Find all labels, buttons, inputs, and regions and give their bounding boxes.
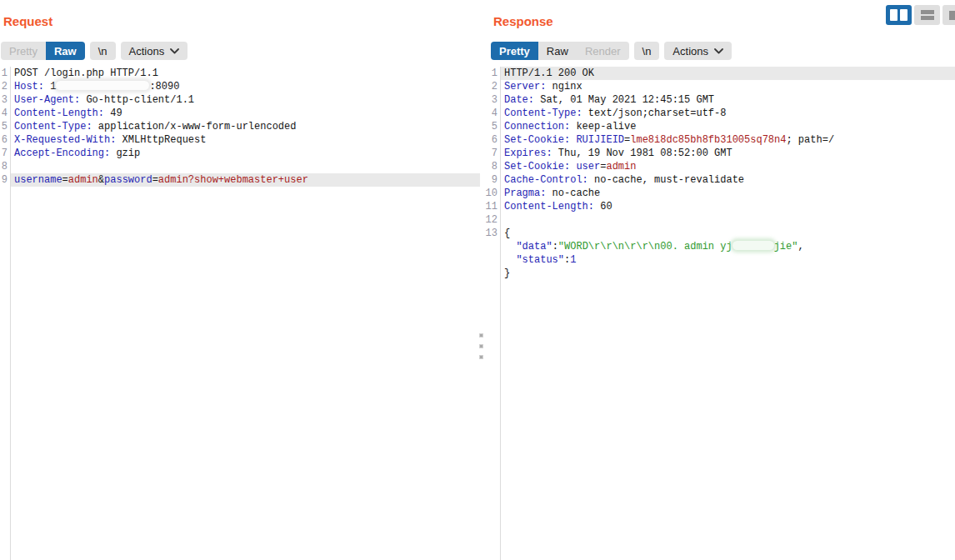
line-number: 3	[0, 93, 10, 107]
response-editor[interactable]: 1HTTP/1.1 200 OK2Server: nginx3Date: Sat…	[484, 67, 955, 560]
split-columns-button[interactable]	[886, 5, 912, 25]
line-text: Date: Sat, 01 May 2021 12:45:15 GMT	[501, 93, 955, 107]
layout-toggle-group	[886, 5, 955, 25]
line-number: 9	[484, 173, 500, 187]
line-number: 4	[0, 107, 10, 120]
code-line[interactable]: 1HTTP/1.1 200 OK	[484, 67, 955, 80]
line-text: "status":1	[501, 253, 955, 267]
code-line[interactable]: 13{	[484, 227, 955, 240]
tab-newline[interactable]: \n	[90, 42, 116, 60]
code-line[interactable]: 6Set-Cookie: RUIJIEID=lme8i8dc85bh8fb310…	[484, 133, 955, 147]
code-line[interactable]: "status":1	[484, 253, 955, 267]
tab-newline[interactable]: \n	[634, 42, 660, 60]
line-number	[484, 240, 500, 253]
code-line[interactable]: 8Set-Cookie: user=admin	[484, 160, 955, 173]
line-number: 5	[484, 120, 500, 133]
line-text: POST /login.php HTTP/1.1	[11, 67, 480, 80]
chevron-down-icon	[170, 48, 179, 54]
code-line[interactable]: 10Pragma: no-cache	[484, 187, 955, 200]
line-number: 6	[484, 133, 500, 147]
tab-label: Actions	[672, 45, 708, 58]
line-number: 6	[0, 133, 10, 147]
line-text: Host: 1:8090	[11, 80, 480, 93]
response-tabbar: PrettyRawRender\nActions	[491, 42, 732, 60]
line-number: 8	[0, 160, 10, 173]
code-line[interactable]: 11Content-Length: 60	[484, 200, 955, 213]
line-text	[11, 160, 480, 173]
request-editor[interactable]: 1POST /login.php HTTP/1.12Host: 1:80903U…	[0, 67, 480, 560]
code-line[interactable]: 7Accept-Encoding: gzip	[0, 147, 480, 160]
line-text: X-Requested-With: XMLHttpRequest	[11, 133, 480, 147]
line-text: Expires: Thu, 19 Nov 1981 08:52:00 GMT	[501, 147, 955, 160]
code-line[interactable]: 5Content-Type: application/x-www-form-ur…	[0, 120, 480, 133]
code-line[interactable]: 1POST /login.php HTTP/1.1	[0, 67, 480, 80]
split-horizontal-icon	[921, 10, 934, 20]
line-text: Content-Type: text/json;charset=utf-8	[501, 107, 955, 120]
code-line[interactable]: 7Expires: Thu, 19 Nov 1981 08:52:00 GMT	[484, 147, 955, 160]
line-text: }	[501, 267, 955, 280]
redacted-blur	[732, 241, 774, 250]
line-number: 5	[0, 120, 10, 133]
code-line[interactable]: 9Cache-Control: no-cache, must-revalidat…	[484, 173, 955, 187]
response-title: Response	[493, 14, 553, 28]
line-number: 8	[484, 160, 500, 173]
code-line[interactable]: 3Date: Sat, 01 May 2021 12:45:15 GMT	[484, 93, 955, 107]
code-line[interactable]: 3User-Agent: Go-http-client/1.1	[0, 93, 480, 107]
splitter-grip-icon[interactable]	[479, 333, 483, 359]
line-text: username=admin&password=admin?show+webma…	[11, 173, 480, 187]
code-line[interactable]: 4Content-Length: 49	[0, 107, 480, 120]
line-number: 11	[484, 200, 500, 213]
tab-actions[interactable]: Actions	[664, 42, 732, 60]
code-line[interactable]: 5Connection: keep-alive	[484, 120, 955, 133]
line-text: {	[501, 227, 955, 240]
line-number: 12	[484, 213, 500, 227]
line-text: "data":"WORD\r\r\n\r\r\n00. admin yjjie"…	[501, 240, 955, 253]
code-line[interactable]: 12	[484, 213, 955, 227]
tab-label: Actions	[129, 45, 165, 58]
code-line[interactable]: 4Content-Type: text/json;charset=utf-8	[484, 107, 955, 120]
tab-pretty[interactable]: Pretty	[491, 42, 538, 60]
split-rows-button[interactable]	[914, 5, 940, 25]
code-line[interactable]: 2Host: 1:8090	[0, 80, 480, 93]
single-pane-icon	[949, 11, 955, 20]
line-number: 2	[484, 80, 500, 93]
code-line[interactable]: 2Server: nginx	[484, 80, 955, 93]
tab-label: Pretty	[499, 45, 530, 58]
line-text: Cache-Control: no-cache, must-revalidate	[501, 173, 955, 187]
line-text: Set-Cookie: user=admin	[501, 160, 955, 173]
single-pane-button[interactable]	[942, 5, 955, 25]
request-title: Request	[3, 14, 52, 28]
line-number: 7	[484, 147, 500, 160]
line-number: 10	[484, 187, 500, 200]
line-number: 7	[0, 147, 10, 160]
chevron-down-icon	[714, 48, 723, 54]
line-text: Connection: keep-alive	[501, 120, 955, 133]
code-line[interactable]: 8	[0, 160, 480, 173]
line-number: 1	[484, 67, 500, 80]
tab-label: \n	[642, 45, 652, 58]
tab-actions[interactable]: Actions	[121, 42, 188, 60]
line-text: Server: nginx	[501, 80, 955, 93]
tab-pretty: Pretty	[1, 42, 46, 60]
code-line[interactable]: 6X-Requested-With: XMLHttpRequest	[0, 133, 480, 147]
line-text: Content-Length: 60	[501, 200, 955, 213]
line-number: 3	[484, 93, 500, 107]
tab-render: Render	[577, 42, 629, 60]
split-vertical-icon	[890, 9, 908, 21]
code-line[interactable]: "data":"WORD\r\r\n\r\r\n00. admin yjjie"…	[484, 240, 955, 253]
redacted-blur	[56, 81, 149, 90]
tab-raw[interactable]: Raw	[46, 42, 85, 60]
line-text: User-Agent: Go-http-client/1.1	[11, 93, 480, 107]
tab-label: Raw	[54, 45, 77, 58]
tab-label: Pretty	[9, 45, 38, 58]
pane-splitter[interactable]	[477, 0, 484, 560]
code-line[interactable]: }	[484, 267, 955, 280]
code-line[interactable]: 9username=admin&password=admin?show+webm…	[0, 173, 480, 187]
tab-label: \n	[98, 45, 108, 58]
response-pane: Response PrettyRawRender\nActions 1HTTP/…	[484, 0, 955, 560]
view-mode-tab-group: PrettyRawRender	[491, 42, 629, 60]
line-text: Set-Cookie: RUIJIEID=lme8i8dc85bh8fb3100…	[501, 133, 955, 147]
tab-label: Render	[585, 45, 621, 58]
tab-raw[interactable]: Raw	[538, 42, 577, 60]
line-text: Pragma: no-cache	[501, 187, 955, 200]
